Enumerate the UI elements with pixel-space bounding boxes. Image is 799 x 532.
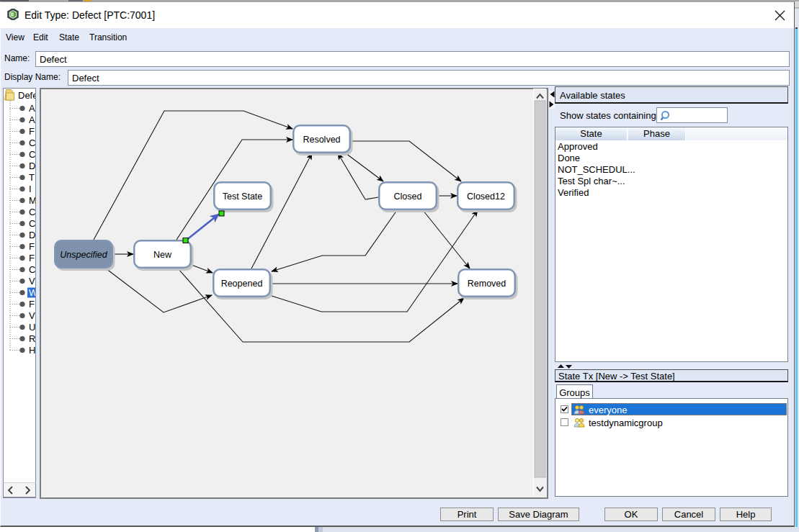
svg-text:Unspecified: Unspecified [60,250,107,260]
svg-text:C: C [29,137,35,148]
svg-text:D: D [29,230,35,240]
svg-text:Defe: Defe [18,90,36,101]
svg-text:R: R [29,333,35,344]
svg-text:Test State: Test State [223,191,263,202]
svg-text:I: I [29,184,32,194]
svg-text:U: U [29,322,35,333]
svg-text:T: T [29,172,35,183]
svg-text:M: M [29,195,36,206]
svg-text:New: New [153,250,172,260]
svg-text:V: V [29,276,35,287]
svg-text:Closed12: Closed12 [467,191,505,202]
svg-text:C: C [29,218,35,229]
svg-text:C: C [29,149,35,160]
svg-text:F: F [29,126,35,137]
svg-text:C: C [29,207,35,217]
svg-text:F: F [29,253,35,263]
svg-text:H: H [29,345,35,356]
svg-text:D: D [29,161,35,171]
svg-text:C: C [29,264,35,275]
svg-text:V: V [29,310,35,321]
svg-text:W: W [29,287,36,298]
svg-text:Reopened: Reopened [221,279,263,289]
svg-text:Removed: Removed [468,279,506,289]
svg-text:A: A [29,103,35,114]
svg-text:F: F [29,241,35,252]
svg-text:Resolved: Resolved [303,135,340,145]
svg-text:F: F [29,299,35,310]
svg-text:A: A [29,114,35,125]
svg-text:Closed: Closed [394,191,422,202]
